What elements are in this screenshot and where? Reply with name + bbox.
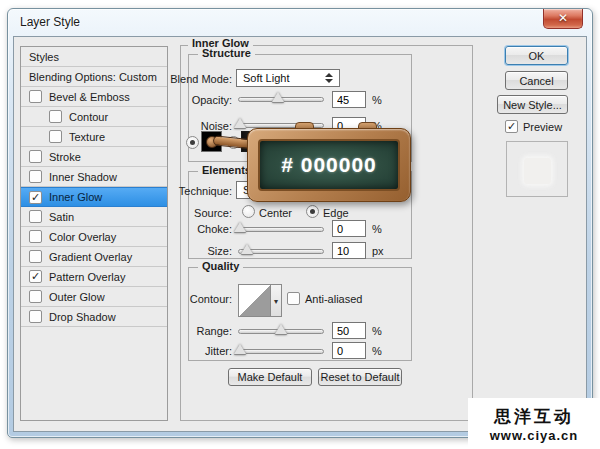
dialog-content: Styles Blending Options: Custom Bevel & …: [13, 36, 587, 432]
sidebar-item-pattern-overlay[interactable]: ✓ Pattern Overlay: [21, 267, 167, 287]
contour-thumbnail[interactable]: [238, 284, 271, 317]
chalkboard-frame: # 000000: [247, 128, 411, 202]
choke-unit: %: [372, 223, 382, 235]
opacity-label: Opacity:: [132, 94, 232, 106]
check-icon: ✓: [31, 191, 40, 203]
close-button[interactable]: ✕: [543, 9, 583, 29]
title-bar[interactable]: Layer Style ✕: [8, 9, 592, 36]
contour-label: Contour:: [132, 293, 232, 305]
antialiased-label: Anti-aliased: [305, 293, 362, 305]
source-edge-radio[interactable]: [306, 205, 319, 218]
close-icon: ✕: [558, 11, 568, 25]
screenshot-stage: Layer Style ✕ Styles Blending Options: C…: [0, 0, 600, 449]
check-icon: ✓: [507, 120, 516, 132]
ok-button[interactable]: OK: [505, 46, 568, 65]
structure-legend: Structure: [198, 47, 255, 59]
range-unit: %: [372, 325, 382, 337]
reset-to-default-button[interactable]: Reset to Default: [318, 368, 402, 386]
layer-style-dialog: Layer Style ✕ Styles Blending Options: C…: [7, 8, 593, 438]
make-default-button[interactable]: Make Default: [228, 368, 312, 386]
watermark-url: www.ciya.cn: [490, 428, 579, 443]
preview-label: Preview: [523, 121, 562, 133]
choke-slider-thumb[interactable]: [234, 222, 246, 232]
size-unit: px: [372, 245, 384, 257]
quality-legend: Quality: [198, 260, 243, 272]
jitter-value-input[interactable]: [332, 342, 366, 359]
blend-mode-label: Blend Mode:: [132, 73, 232, 85]
sidebar-item-inner-shadow[interactable]: Inner Shadow: [21, 167, 167, 187]
sidebar-filler: [21, 327, 167, 420]
checkbox-drop-shadow[interactable]: [29, 310, 42, 323]
blend-mode-dropdown[interactable]: Soft Light: [236, 69, 340, 87]
choke-label: Choke:: [132, 223, 232, 235]
hex-color-value: # 000000: [281, 153, 377, 177]
checkbox-pattern-overlay[interactable]: ✓: [29, 270, 42, 283]
cancel-button[interactable]: Cancel: [505, 71, 568, 90]
checkbox-outer-glow[interactable]: [29, 290, 42, 303]
jitter-unit: %: [372, 345, 382, 357]
styles-header-label: Styles: [29, 51, 59, 63]
source-label: Source:: [132, 207, 232, 219]
sidebar-header-styles: Styles: [21, 47, 167, 67]
checkbox-contour[interactable]: [49, 110, 62, 123]
jitter-slider-track[interactable]: [238, 349, 324, 354]
style-preview-box: [506, 141, 568, 197]
size-value-input[interactable]: [332, 242, 366, 259]
range-label: Range:: [132, 325, 232, 337]
style-preview-thumbnail: [524, 158, 551, 184]
checkbox-color-overlay[interactable]: [29, 230, 42, 243]
chalkboard: # 000000: [258, 139, 400, 191]
technique-label: Technique:: [132, 185, 232, 197]
jitter-slider-thumb[interactable]: [234, 344, 246, 354]
checkbox-inner-shadow[interactable]: [29, 170, 42, 183]
watermark: 思洋互动 www.ciya.cn: [468, 398, 600, 449]
checkbox-gradient-overlay[interactable]: [29, 250, 42, 263]
checkbox-bevel-emboss[interactable]: [29, 90, 42, 103]
choke-value-input[interactable]: [332, 220, 366, 237]
glow-color-radio[interactable]: [186, 136, 199, 149]
opacity-value-input[interactable]: [332, 91, 366, 108]
range-value-input[interactable]: [332, 322, 366, 339]
noise-slider-thumb[interactable]: [234, 118, 246, 128]
opacity-unit: %: [372, 94, 382, 106]
opacity-slider-thumb[interactable]: [272, 92, 284, 102]
size-label: Size:: [132, 245, 232, 257]
dialog-title: Layer Style: [20, 15, 80, 29]
checkbox-inner-glow[interactable]: ✓: [29, 191, 42, 204]
updown-arrows-icon: [325, 73, 333, 83]
source-edge-label: Edge: [323, 207, 349, 219]
size-slider-thumb[interactable]: [241, 244, 253, 254]
range-slider-thumb[interactable]: [275, 324, 287, 334]
checkbox-stroke[interactable]: [29, 150, 42, 163]
source-center-label: Center: [259, 207, 292, 219]
check-icon: ✓: [31, 270, 40, 282]
contour-dropdown-arrow-icon[interactable]: ▾: [271, 284, 282, 317]
checkbox-texture[interactable]: [49, 130, 62, 143]
sidebar-item-drop-shadow[interactable]: Drop Shadow: [21, 307, 167, 327]
antialiased-checkbox[interactable]: [287, 292, 300, 305]
jitter-label: Jitter:: [132, 345, 232, 357]
watermark-name: 思洋互动: [494, 405, 574, 428]
checkbox-satin[interactable]: [29, 210, 42, 223]
sidebar-item-stroke[interactable]: Stroke: [21, 147, 167, 167]
source-center-radio[interactable]: [242, 205, 255, 218]
choke-slider-track[interactable]: [238, 227, 324, 232]
preview-checkbox[interactable]: ✓: [505, 120, 518, 133]
new-style-button[interactable]: New Style...: [497, 95, 568, 114]
